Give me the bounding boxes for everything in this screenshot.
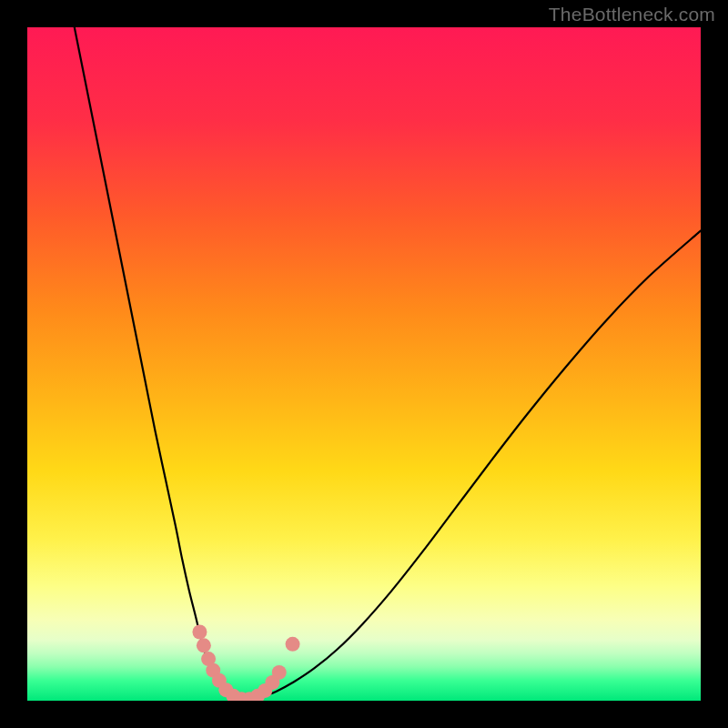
markers-group xyxy=(192,625,299,701)
chart-container: TheBottleneck.com xyxy=(0,0,728,728)
marker-dot xyxy=(272,665,287,680)
marker-dot xyxy=(192,625,207,640)
dots-layer xyxy=(27,27,701,701)
marker-dot xyxy=(286,637,300,652)
plot-area xyxy=(27,27,701,701)
watermark-text: TheBottleneck.com xyxy=(549,4,715,25)
marker-dot xyxy=(197,638,211,652)
